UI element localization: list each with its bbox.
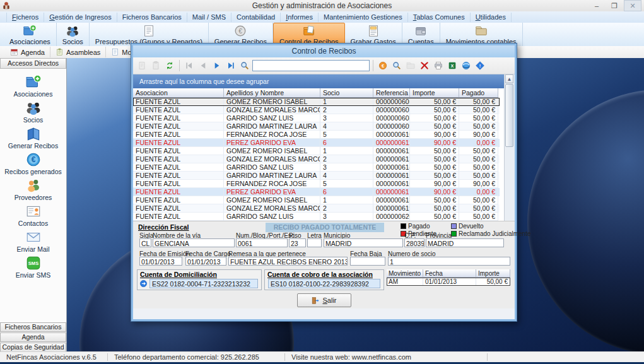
remesa-a-la-que-pertenece-field[interactable]: FUENTE AZUL RECIBOS ENERO 2013 — [228, 257, 348, 266]
fiscal-c-p--field[interactable]: 28039 — [404, 238, 424, 247]
table-row[interactable]: FUENTE AZULGOMEZ ROMERO ISABEL1000000061… — [133, 196, 500, 204]
table-row[interactable]: FUENTE AZULGOMEZ ROMERO ISABEL1000000060… — [133, 98, 500, 106]
web-globe-icon[interactable] — [460, 59, 472, 72]
fecha-de-cargo-field[interactable]: 01/01/2013 — [185, 257, 226, 266]
cell-nombre: GARRIDO SANZ LUIS — [224, 213, 320, 221]
fecha-baja-field[interactable] — [350, 257, 385, 266]
table-row[interactable]: FUENTE AZULPEREZ GARRIDO EVA600000006119… — [133, 139, 500, 147]
excel-icon[interactable]: X — [446, 59, 459, 72]
table-row[interactable]: FUENTE AZULGONZALEZ MORALES MARCO2000000… — [133, 155, 500, 163]
scroll-up-arrow[interactable]: ▲ — [505, 74, 513, 83]
dialog-button-row: Salir — [133, 292, 515, 308]
dialog-title[interactable]: Control de Recibos — [133, 45, 515, 57]
cell-pagado: 0,00 € — [459, 188, 498, 196]
table-row[interactable]: FUENTE AZULFERNANDEZ ROCA JOSE5000000061… — [133, 180, 500, 188]
fiscal-provincia-field[interactable]: MADRID — [426, 238, 504, 247]
movimientos-header-importe[interactable]: Importe — [476, 269, 510, 278]
receipts-grid: Arrastre aquí la columna que desee agrup… — [133, 74, 515, 221]
menu-item-6[interactable]: Informes — [281, 13, 319, 22]
nav-last-icon[interactable] — [225, 59, 237, 72]
table-row[interactable]: FUENTE AZULGARRIDO MARTINEZ LAURA4000000… — [133, 172, 500, 180]
table-row[interactable]: FUENTE AZULGOMEZ ROMERO ISABEL1000000061… — [133, 147, 500, 155]
table-row[interactable]: FUENTE AZULFERNANDEZ ROCA JOSE5000000061… — [133, 131, 500, 139]
sidebar-button-copias-de-seguridad[interactable]: Copias de Seguridad — [0, 343, 66, 352]
menu-item-2[interactable]: Gestión de Ingresos — [44, 13, 117, 22]
menu-item-3[interactable]: Ficheros Bancarios — [117, 13, 187, 22]
fiscal-municipio-field[interactable]: MADRID — [324, 238, 403, 247]
sidebar-item-proveedores[interactable]: Proveedores — [0, 177, 66, 201]
nav-next-icon[interactable] — [211, 59, 223, 72]
tab-asambleas[interactable]: Asambleas — [50, 47, 106, 57]
salir-button[interactable]: Salir — [297, 293, 351, 307]
fiscal-nombre-de-la-v-a-field[interactable]: GENCIANA — [153, 238, 235, 247]
column-header-socio[interactable]: Socio — [320, 88, 373, 98]
arrow-circle-icon[interactable] — [139, 279, 148, 288]
fiscal-letra-field[interactable] — [307, 238, 322, 247]
toolbar-button-asociaciones[interactable]: Asociaciones — [4, 23, 57, 46]
info-diamond-icon[interactable]: ! — [474, 59, 486, 72]
cell-nombre: GOMEZ ROMERO ISABEL — [224, 196, 320, 204]
sidebar: Accesos Directos AsociacionesSociosGener… — [0, 58, 67, 352]
cell-asociacion: FUENTE AZUL — [133, 188, 224, 196]
column-header-importe[interactable]: Importe — [410, 88, 459, 98]
toolbar-button-socios[interactable]: Socios — [57, 23, 90, 46]
fecha-de-emisi-n-field[interactable]: 01/01/2013 — [139, 257, 182, 266]
coin-orange-icon[interactable]: € — [377, 59, 389, 72]
sidebar-item-asociaciones[interactable]: Asociaciones — [0, 74, 66, 98]
dialog-search-input[interactable] — [252, 60, 370, 71]
fiscal-num-bloq-port-esc--field[interactable]: 0061 — [236, 238, 288, 247]
movimientos-header-fecha[interactable]: Fecha — [423, 269, 476, 278]
table-row[interactable]: FUENTE AZULGARRIDO SANZ LUIS300000006085… — [133, 114, 500, 122]
cuenta-domiciliacion-field[interactable]: ES22 0182-0004-71-2323213232 — [149, 279, 258, 288]
scroll-thumb[interactable] — [505, 84, 513, 147]
table-row[interactable]: FUENTE AZULGARRIDO MARTINEZ LAURA4000000… — [133, 122, 500, 131]
menu-item-1[interactable]: Ficheros — [6, 13, 44, 22]
sidebar-button-ficheros-bancarios[interactable]: Ficheros Bancarios — [0, 322, 66, 332]
table-row[interactable]: FUENTE AZULPEREZ GARRIDO EVA600000006179… — [133, 188, 500, 196]
sidebar-item-socios[interactable]: Socios — [0, 100, 66, 124]
close-button[interactable]: ✕ — [624, 0, 641, 11]
movimiento-row[interactable]: AM01/01/201350,00 € — [387, 278, 510, 286]
menu-item-4[interactable]: Mail / SMS — [187, 13, 231, 22]
status-segment-3: Visite nuestra web: www.netfincas.com — [285, 353, 488, 361]
restore-button[interactable]: ❐ — [606, 1, 623, 11]
table-row[interactable]: FUENTE AZULGONZALEZ MORALES MARCO2000000… — [133, 204, 500, 213]
menu-item-8[interactable]: Tablas Comunes — [408, 13, 471, 22]
refresh-icon[interactable] — [163, 59, 176, 72]
magnifier-icon[interactable] — [390, 59, 403, 72]
cell-socio: 5 — [320, 180, 373, 188]
movimientos-header-movimiento[interactable]: Movimiento — [387, 269, 423, 278]
sidebar-item-enviar-sms[interactable]: SMSEnviar SMS — [0, 255, 66, 279]
table-row[interactable]: FUENTE AZULGARRIDO SANZ LUIS300000006145… — [133, 163, 500, 172]
cuenta-cobro-field[interactable]: ES10 0182-0100-22-2983928392 — [268, 279, 380, 288]
sidebar-item-recibos-generados[interactable]: €Recibos generados — [0, 151, 66, 175]
sidebar-item-label: Enviar Mail — [17, 245, 50, 253]
sidebar-header[interactable]: Accesos Directos — [0, 58, 66, 69]
column-header-pagado[interactable]: Pagado — [459, 88, 498, 98]
cell-socio: 1 — [320, 98, 373, 106]
printer-icon[interactable] — [432, 59, 445, 72]
column-header-asociacion[interactable]: Asociacion — [133, 88, 224, 98]
fiscal-piso-field[interactable]: 23 — [289, 238, 306, 247]
menu-item-7[interactable]: Mantenimiento Gestiones — [319, 13, 408, 22]
numero-de-socio-field[interactable]: 1 — [388, 257, 510, 266]
tab-agenda[interactable]: Agenda — [5, 47, 50, 57]
sidebar-item-contactos[interactable]: Contactos — [0, 203, 66, 227]
table-row[interactable]: FUENTE AZULGARRIDO SANZ LUIS300000006205… — [133, 213, 500, 221]
group-by-bar[interactable]: Arrastre aquí la columna que desee agrup… — [133, 74, 506, 88]
minimize-button[interactable]: – — [588, 1, 605, 11]
column-header-apellidos-y-nombre[interactable]: Apellidos y Nombre — [224, 88, 320, 98]
menu-item-5[interactable]: Contabilidad — [231, 13, 281, 22]
delete-x-icon[interactable] — [418, 59, 431, 72]
vertical-scrollbar[interactable]: ▲ ▼ — [504, 74, 515, 233]
svg-text:€: € — [31, 155, 35, 164]
fiscal-sigla-field[interactable]: CL — [139, 238, 151, 247]
column-header-referencia[interactable]: Referencia — [373, 88, 410, 98]
sidebar-item-enviar-mail[interactable]: Enviar Mail — [0, 229, 66, 253]
legend-label: Reclamado Judicialmente — [459, 230, 531, 237]
table-row[interactable]: FUENTE AZULGONZALEZ MORALES MARCO2000000… — [133, 106, 500, 114]
sidebar-item-generar-recibos[interactable]: Generar Recibos — [0, 126, 66, 150]
search-icon[interactable] — [238, 59, 251, 72]
sidebar-button-agenda[interactable]: Agenda — [0, 332, 66, 342]
menu-item-9[interactable]: Utilidades — [471, 13, 512, 22]
